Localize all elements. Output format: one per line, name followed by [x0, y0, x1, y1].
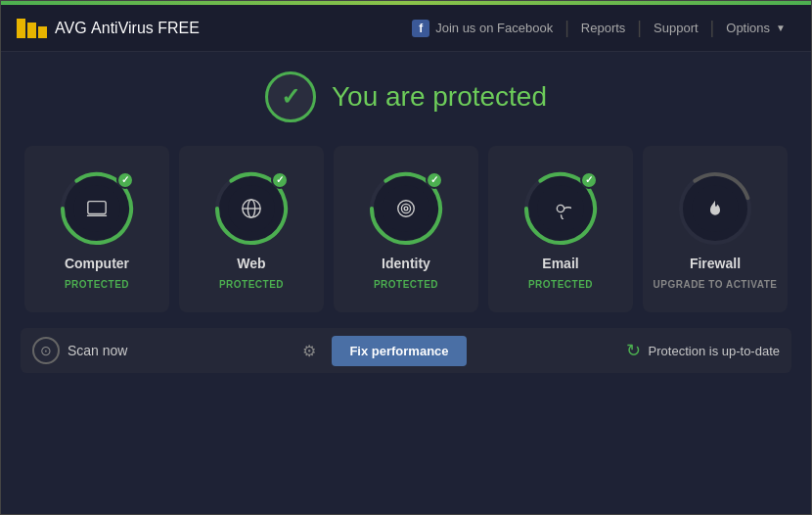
- main-window: AVG AntiVirus FREE f Join us on Facebook…: [0, 0, 812, 515]
- scan-icon: ⊙: [32, 337, 60, 364]
- card-status: PROTECTED: [219, 279, 284, 290]
- card-inner-icon: [228, 185, 275, 232]
- status-icon: ✓: [265, 71, 316, 122]
- avg-logo-icon: [17, 19, 47, 38]
- reports-link[interactable]: Reports: [571, 17, 636, 39]
- refresh-icon: ↻: [626, 340, 641, 361]
- check-icon: ✓: [281, 83, 300, 111]
- card-inner-icon: [692, 185, 739, 232]
- svg-point-11: [557, 205, 564, 211]
- main-content: ✓ You are protected ✓ Computer PROTECTED: [1, 52, 811, 514]
- facebook-link[interactable]: f Join us on Facebook: [402, 16, 563, 41]
- support-link[interactable]: Support: [644, 17, 708, 39]
- card-email[interactable]: ✓ Email PROTECTED: [488, 146, 633, 312]
- update-section: ↻ Protection is up-to-date: [474, 340, 780, 361]
- scan-section: ⊙ Scan now: [32, 337, 287, 364]
- card-icon-wrap: ✓: [58, 169, 136, 248]
- protected-badge: ✓: [426, 171, 443, 189]
- fix-performance-button[interactable]: Fix performance: [332, 336, 466, 366]
- svg-point-8: [401, 204, 410, 212]
- status-header: ✓ You are protected: [265, 71, 547, 122]
- bottom-bar: ⊙ Scan now ⚙ Fix performance ↻ Protectio…: [21, 328, 791, 373]
- svg-rect-1: [88, 201, 106, 213]
- protected-badge: ✓: [580, 171, 598, 189]
- settings-button[interactable]: ⚙: [294, 336, 324, 365]
- nav-links: f Join us on Facebook | Reports | Suppor…: [402, 16, 795, 41]
- nav-bar: AVG AntiVirus FREE f Join us on Facebook…: [1, 5, 811, 52]
- card-firewall[interactable]: Firewall UPGRADE TO ACTIVATE: [643, 146, 788, 312]
- divider-2: |: [637, 18, 642, 38]
- card-inner-icon: [383, 185, 429, 232]
- app-title: AVG AntiVirus FREE: [55, 20, 200, 37]
- card-name: Identity: [382, 256, 430, 271]
- divider-3: |: [710, 18, 715, 38]
- cards-container: ✓ Computer PROTECTED ✓ Web PROTECTED: [21, 146, 791, 312]
- divider-1: |: [564, 18, 569, 38]
- card-status: PROTECTED: [65, 279, 129, 290]
- card-inner-icon: [73, 185, 120, 232]
- card-name: Web: [237, 256, 265, 271]
- protected-badge: ✓: [116, 171, 134, 189]
- card-icon-wrap: ✓: [521, 169, 600, 248]
- chevron-down-icon: ▼: [776, 23, 786, 33]
- card-icon-wrap: [676, 169, 754, 248]
- card-computer[interactable]: ✓ Computer PROTECTED: [24, 146, 169, 312]
- card-status: PROTECTED: [374, 279, 438, 290]
- card-icon-wrap: ✓: [367, 169, 445, 248]
- card-icon-wrap: ✓: [212, 169, 291, 248]
- card-status: UPGRADE TO ACTIVATE: [654, 279, 778, 290]
- card-name: Computer: [65, 256, 129, 271]
- facebook-icon: f: [412, 20, 429, 37]
- card-inner-icon: [537, 185, 584, 232]
- options-link[interactable]: Options ▼: [716, 17, 795, 39]
- update-label: Protection is up-to-date: [649, 344, 780, 358]
- app-logo: AVG AntiVirus FREE: [17, 19, 200, 38]
- card-identity[interactable]: ✓ Identity PROTECTED: [334, 146, 478, 312]
- svg-point-9: [404, 207, 408, 211]
- svg-point-7: [398, 200, 415, 216]
- status-text: You are protected: [332, 81, 547, 113]
- protected-badge: ✓: [271, 171, 289, 189]
- card-name: Email: [542, 256, 578, 271]
- card-web[interactable]: ✓ Web PROTECTED: [179, 146, 324, 312]
- scan-label[interactable]: Scan now: [68, 343, 127, 358]
- card-name: Firewall: [690, 256, 741, 271]
- card-status: PROTECTED: [528, 279, 593, 290]
